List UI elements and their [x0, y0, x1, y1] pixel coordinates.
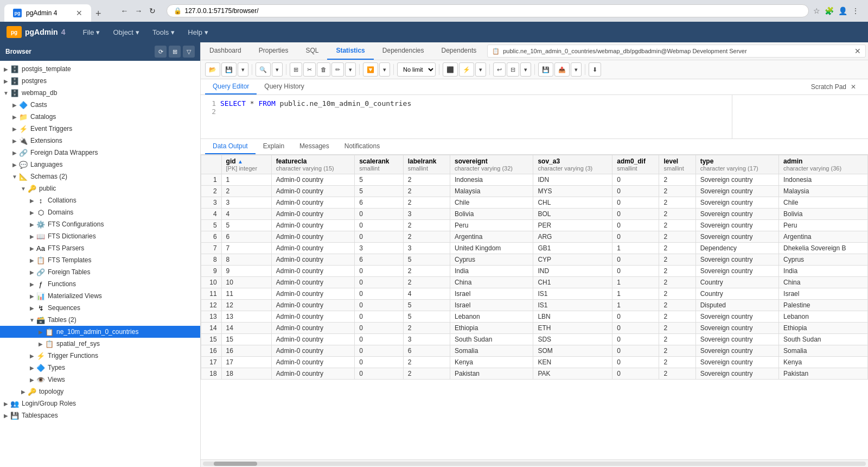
sidebar-item-fts_dictionaries[interactable]: ▶ 📖 FTS Dictionaries: [0, 230, 200, 242]
tree-toggle-postgres[interactable]: ▶: [2, 78, 10, 84]
scratch-pad-close-button[interactable]: ✕: [851, 83, 856, 91]
tree-toggle-fts_templates[interactable]: ▶: [28, 257, 36, 263]
tree-toggle-tables[interactable]: ▼: [28, 317, 36, 323]
data-tab-explain[interactable]: Explain: [256, 139, 292, 154]
col-header-type[interactable]: typecharacter varying (17): [695, 155, 778, 174]
tree-toggle-collations[interactable]: ▶: [28, 198, 36, 204]
horizontal-scrollbar[interactable]: [201, 459, 868, 467]
toolbar-find-button[interactable]: 🔍: [256, 62, 271, 77]
table-row[interactable]: 55Admin-0 country02PeruPER02Sovereign co…: [201, 220, 868, 231]
address-bar[interactable]: 🔒 127.0.0.1:57175/browser/: [167, 4, 809, 17]
table-row[interactable]: 33Admin-0 country62ChileCHL02Sovereign c…: [201, 197, 868, 209]
toolbar-open-file-button[interactable]: 📂: [205, 62, 220, 77]
col-header-gid[interactable]: gid ▲[PK] integer: [221, 155, 271, 174]
menu-dots-icon[interactable]: ⋮: [852, 7, 859, 15]
sidebar-item-materialized_views[interactable]: ▶ 📊 Materialized Views: [0, 290, 200, 302]
table-row[interactable]: 66Admin-0 country02ArgentinaARG02Soverei…: [201, 231, 868, 243]
refresh-button[interactable]: ↻: [147, 4, 158, 17]
sidebar-filter-button[interactable]: ▽: [183, 46, 195, 58]
table-row[interactable]: 1010Admin-0 country02ChinaCH112CountryCh…: [201, 277, 868, 288]
data-tab-messages[interactable]: Messages: [292, 139, 337, 154]
sidebar-item-catalogs[interactable]: ▶ 📁 Catalogs: [0, 111, 200, 123]
tree-toggle-functions[interactable]: ▶: [28, 281, 36, 287]
extensions-icon[interactable]: 🧩: [825, 7, 834, 15]
toolbar-export-dropdown-button[interactable]: ▾: [571, 62, 582, 77]
tree-toggle-schemas[interactable]: ▼: [11, 174, 18, 180]
tree-toggle-views[interactable]: ▶: [28, 377, 36, 383]
sidebar-item-casts[interactable]: ▶ 🔷 Casts: [0, 99, 200, 111]
menu-tools[interactable]: Tools ▾: [146, 25, 181, 40]
toolbar-save-data-button[interactable]: 💾: [538, 62, 553, 77]
table-row[interactable]: 1212Admin-0 country05IsraelIS112Disputed…: [201, 300, 868, 311]
sidebar-item-fts_parsers[interactable]: ▶ Aa FTS Parsers: [0, 242, 200, 254]
tab-properties[interactable]: Properties: [250, 42, 297, 60]
toolbar-paste-button[interactable]: ✂: [303, 62, 316, 77]
query-editor-main[interactable]: 1 SELECT * FROM public.ne_10m_admin_0_co…: [201, 95, 732, 138]
col-header-scalerank[interactable]: scaleranksmallint: [355, 155, 404, 174]
sidebar-item-foreign_data_wrappers[interactable]: ▶ 🔗 Foreign Data Wrappers: [0, 147, 200, 159]
tree-toggle-domains[interactable]: ▶: [28, 210, 36, 216]
tab-dependencies[interactable]: Dependencies: [374, 42, 433, 60]
tree-toggle-fts_parsers[interactable]: ▶: [28, 245, 36, 251]
tree-toggle-public[interactable]: ▼: [20, 186, 27, 192]
tree-toggle-login_group_roles[interactable]: ▶: [2, 401, 10, 407]
table-row[interactable]: 44Admin-0 country03BoliviaBOL02Sovereign…: [201, 209, 868, 220]
tree-toggle-languages[interactable]: ▶: [11, 162, 18, 168]
tab-close-button[interactable]: ✕: [76, 9, 82, 17]
new-tab-button[interactable]: +: [91, 6, 106, 22]
profile-icon[interactable]: 👤: [838, 7, 847, 15]
sidebar-item-domains[interactable]: ▶ ⬡ Domains: [0, 206, 200, 218]
sidebar-item-sequences[interactable]: ▶ ↯ Sequences: [0, 302, 200, 314]
sidebar-item-public[interactable]: ▼ 🔑 public: [0, 182, 200, 194]
tree-toggle-topology[interactable]: ▶: [20, 389, 27, 395]
sidebar-item-trigger_functions[interactable]: ▶ ⚡ Trigger Functions: [0, 350, 200, 362]
sidebar-item-postgres[interactable]: ▶ 🗄️ postgres: [0, 75, 200, 87]
tree-toggle-event_triggers[interactable]: ▶: [11, 126, 18, 132]
sidebar-item-spatial_ref_sys[interactable]: ▶ 📋 spatial_ref_sys: [0, 338, 200, 350]
toolbar-filter-button[interactable]: 🔽: [363, 62, 378, 77]
tab-sql[interactable]: SQL: [297, 42, 327, 60]
toolbar-edit-dropdown-button[interactable]: ▾: [345, 62, 356, 77]
sidebar-item-functions[interactable]: ▶ ƒ Functions: [0, 278, 200, 290]
tree-toggle-types[interactable]: ▶: [28, 365, 36, 371]
table-row[interactable]: 1616Admin-0 country06SomaliaSOM02Soverei…: [201, 345, 868, 357]
sidebar-item-tablespaces[interactable]: ▶ 💾 Tablespaces: [0, 409, 200, 421]
table-row[interactable]: 11Admin-0 country52IndonesiaIDN02Soverei…: [201, 174, 868, 186]
toolbar-find-dropdown-button[interactable]: ▾: [272, 62, 283, 77]
toolbar-save-dropdown-button[interactable]: ▾: [238, 62, 248, 77]
sidebar-item-collations[interactable]: ▶ ↕ Collations: [0, 194, 200, 206]
toolbar-redo-button[interactable]: ⊟: [507, 62, 519, 77]
sidebar-item-views[interactable]: ▶ 👁️ Views: [0, 374, 200, 386]
tab-query-editor[interactable]: Query Editor: [205, 79, 257, 94]
scroll-thumb[interactable]: [214, 462, 257, 466]
toolbar-download-button[interactable]: ⬇: [589, 62, 601, 77]
toolbar-limit-select[interactable]: No limit 1000 500 100: [397, 62, 436, 77]
toolbar-redo-dropdown-button[interactable]: ▾: [520, 62, 531, 77]
data-tab-notifications[interactable]: Notifications: [337, 139, 387, 154]
sidebar-item-types[interactable]: ▶ 🔷 Types: [0, 362, 200, 374]
toolbar-undo-button[interactable]: ↩: [493, 62, 506, 77]
sidebar-item-topology[interactable]: ▶ 🔑 topology: [0, 386, 200, 397]
table-row[interactable]: 1515Admin-0 country03South SudanSDS02Sov…: [201, 334, 868, 345]
sidebar-item-ne_10m[interactable]: ▶ 📋 ne_10m_admin_0_countries: [0, 326, 200, 338]
sidebar-item-languages[interactable]: ▶ 💬 Languages: [0, 159, 200, 171]
table-row[interactable]: 1414Admin-0 country02EthiopiaETH02Sovere…: [201, 323, 868, 334]
sidebar-grid-button[interactable]: ⊞: [169, 46, 181, 58]
tab-query-history[interactable]: Query History: [257, 79, 311, 94]
tree-toggle-casts[interactable]: ▶: [11, 102, 18, 108]
tree-toggle-fts_configurations[interactable]: ▶: [28, 222, 36, 228]
tree-toggle-postgis_template[interactable]: ▶: [2, 66, 10, 72]
browser-tab[interactable]: pg pgAdmin 4 ✕: [4, 4, 91, 22]
toolbar-export-button[interactable]: 📤: [554, 62, 570, 77]
sidebar-item-extensions[interactable]: ▶ 🔌 Extensions: [0, 135, 200, 147]
scroll-track[interactable]: [203, 462, 866, 466]
toolbar-execute-button[interactable]: ⚡: [459, 62, 474, 77]
sidebar-item-fts_templates[interactable]: ▶ 📋 FTS Templates: [0, 254, 200, 266]
col-header-adm0_dif[interactable]: adm0_difsmallint: [612, 155, 659, 174]
tree-toggle-materialized_views[interactable]: ▶: [28, 293, 36, 299]
col-header-admin[interactable]: admincharacter varying (36): [779, 155, 868, 174]
tree-toggle-webmap_db[interactable]: ▼: [2, 90, 10, 96]
sidebar-item-foreign_tables[interactable]: ▶ 🔗 Foreign Tables: [0, 266, 200, 278]
sidebar-item-schemas[interactable]: ▼ 📐 Schemas (2): [0, 171, 200, 182]
toolbar-save-file-button[interactable]: 💾: [221, 62, 237, 77]
